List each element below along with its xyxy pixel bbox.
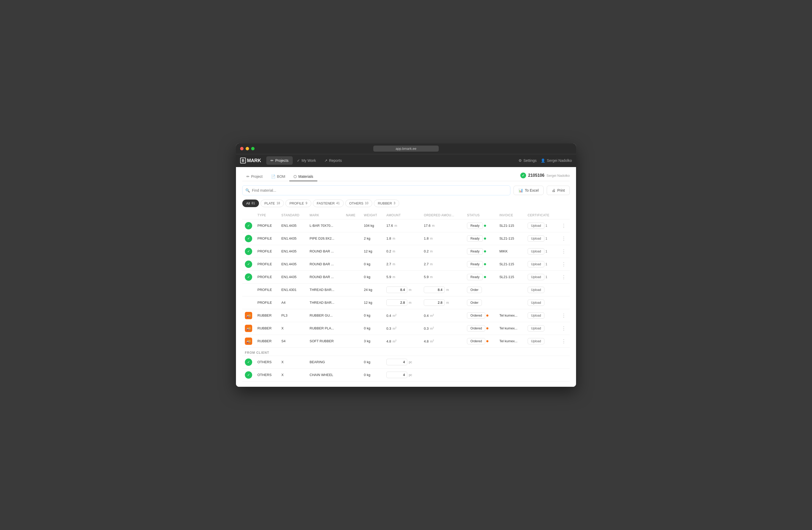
upload-button[interactable]: Upload bbox=[528, 312, 545, 319]
cell-invoice: SL21-115 bbox=[497, 219, 525, 232]
cell-more: ⋮ bbox=[558, 270, 570, 283]
status-badge[interactable]: Ordered bbox=[467, 338, 485, 344]
main-content: ✏ Project 📄 BOM ⬡ Materials ✓ 2105106 Se… bbox=[236, 167, 576, 387]
cell-type: PROFILE bbox=[255, 245, 279, 258]
more-button[interactable]: ⋮ bbox=[560, 249, 567, 254]
filter-others[interactable]: OTHERS 10 bbox=[345, 199, 373, 207]
maximize-button[interactable] bbox=[251, 147, 255, 150]
more-button[interactable]: ⋮ bbox=[560, 313, 567, 318]
filter-profile-count: 9 bbox=[306, 201, 307, 205]
close-button[interactable] bbox=[240, 147, 244, 150]
cell-amount: pc bbox=[384, 368, 421, 381]
amount-input[interactable] bbox=[386, 299, 407, 306]
table-row: 🚚RUBBERS4SOFT RUBBER3 kg4.8 m24.8 m2Orde… bbox=[242, 335, 570, 348]
more-button[interactable]: ⋮ bbox=[560, 262, 567, 267]
status-badge[interactable]: Ready bbox=[467, 248, 483, 254]
settings-button[interactable]: ⚙ Settings bbox=[519, 158, 537, 163]
upload-button[interactable]: Upload bbox=[528, 223, 545, 229]
amount-input[interactable] bbox=[386, 287, 407, 293]
upload-button[interactable]: Upload bbox=[528, 235, 545, 242]
upload-button[interactable]: Upload bbox=[528, 325, 545, 332]
more-button[interactable]: ⋮ bbox=[560, 339, 567, 344]
ordered-amount-input[interactable] bbox=[424, 287, 445, 293]
cell-certificate: Upload bbox=[525, 309, 558, 322]
cell-invoice: SL21-115 bbox=[497, 270, 525, 283]
status-badge[interactable]: Ready bbox=[467, 223, 483, 229]
cell-type: PROFILE bbox=[255, 270, 279, 283]
filter-fastener-count: 41 bbox=[336, 201, 339, 205]
more-button[interactable]: ⋮ bbox=[560, 326, 567, 331]
ordered-unit: m bbox=[446, 301, 449, 305]
col-standard: STANDARD bbox=[279, 211, 307, 220]
upload-button[interactable]: Upload bbox=[528, 248, 545, 254]
cell-amount: 17.6 m bbox=[384, 219, 421, 232]
user-menu[interactable]: 👤 Sergei Nadolko bbox=[541, 158, 572, 163]
status-badge[interactable]: Ready bbox=[467, 261, 483, 267]
filter-all[interactable]: All 81 bbox=[242, 199, 259, 207]
url-text: app.bmark.ee bbox=[395, 147, 417, 151]
filter-fastener[interactable]: FASTENER 41 bbox=[313, 199, 344, 207]
filter-plate[interactable]: PLATE 18 bbox=[261, 199, 284, 207]
amount-unit: pc bbox=[409, 373, 412, 377]
tab-project[interactable]: ✏ Project bbox=[242, 172, 267, 181]
cell-amount: pc bbox=[384, 355, 421, 368]
upload-button[interactable]: Upload bbox=[528, 261, 545, 267]
cell-mark: ROUND BAR ... bbox=[307, 270, 344, 283]
to-excel-button[interactable]: 📊 To Excel bbox=[513, 186, 543, 195]
tab-right: ✓ 2105106 Sergei Nadolko bbox=[520, 172, 570, 180]
print-button[interactable]: 🖨 Print bbox=[547, 186, 570, 195]
tab-bom[interactable]: 📄 BOM bbox=[267, 172, 290, 181]
amount-unit: m bbox=[393, 275, 395, 279]
nav-bar: B MARK ✏ Projects ✓ My Work ↗ Reports ⚙ … bbox=[236, 154, 576, 167]
filter-all-count: 81 bbox=[251, 201, 255, 205]
address-bar[interactable]: app.bmark.ee bbox=[373, 145, 439, 152]
cell-ordered-amount: 2.7 m bbox=[421, 258, 464, 270]
filter-all-label: All bbox=[246, 201, 250, 205]
cell-more: ⋮ bbox=[558, 322, 570, 335]
status-badge[interactable]: Ordered bbox=[467, 325, 485, 332]
status-badge[interactable]: Order bbox=[467, 287, 482, 293]
upload-button[interactable]: Upload bbox=[528, 287, 545, 293]
nav-item-my-work[interactable]: ✓ My Work bbox=[293, 156, 320, 165]
col-certificate: CERTIFICATE bbox=[525, 211, 558, 220]
nav-item-projects[interactable]: ✏ Projects bbox=[266, 156, 293, 165]
logo-text: MARK bbox=[247, 158, 261, 163]
col-status: STATUS bbox=[464, 211, 497, 220]
cell-status: Ready bbox=[464, 270, 497, 283]
cell-invoice bbox=[497, 283, 525, 296]
nav-item-reports[interactable]: ↗ Reports bbox=[320, 156, 346, 165]
more-button[interactable]: ⋮ bbox=[560, 275, 567, 279]
filter-others-count: 10 bbox=[365, 201, 368, 205]
cell-ordered-amount bbox=[421, 368, 464, 381]
project-check-icon: ✓ bbox=[520, 172, 526, 178]
search-input[interactable] bbox=[242, 185, 510, 195]
amount-input[interactable] bbox=[386, 372, 407, 378]
tab-materials[interactable]: ⬡ Materials bbox=[289, 172, 317, 181]
cell-status: Order bbox=[464, 283, 497, 296]
amount-unit: m bbox=[409, 301, 411, 305]
status-badge[interactable]: Ordered bbox=[467, 312, 485, 319]
minimize-button[interactable] bbox=[246, 147, 249, 150]
nav-reports-label: Reports bbox=[329, 158, 342, 163]
ordered-amount-input[interactable] bbox=[424, 299, 445, 306]
status-badge[interactable]: Ready bbox=[467, 274, 483, 280]
amount-input[interactable] bbox=[386, 359, 407, 365]
cell-name bbox=[343, 232, 361, 245]
cell-amount: 2.7 m bbox=[384, 258, 421, 270]
status-badge[interactable]: Ready bbox=[467, 235, 483, 242]
filter-fastener-label: FASTENER bbox=[317, 201, 335, 205]
more-button[interactable]: ⋮ bbox=[560, 223, 567, 228]
project-id: ✓ 2105106 Sergei Nadolko bbox=[520, 172, 570, 178]
filter-profile[interactable]: PROFILE 9 bbox=[286, 199, 311, 207]
status-dot bbox=[484, 250, 486, 252]
upload-button[interactable]: Upload bbox=[528, 338, 545, 344]
cell-standard: EN1.4435 bbox=[279, 270, 307, 283]
checkmark-icon: ✓ bbox=[297, 158, 300, 163]
upload-button[interactable]: Upload bbox=[528, 274, 545, 280]
more-button[interactable]: ⋮ bbox=[560, 236, 567, 241]
upload-button[interactable]: Upload bbox=[528, 299, 545, 306]
filter-rubber[interactable]: RUBBER 3 bbox=[374, 199, 399, 207]
app-window: app.bmark.ee B MARK ✏ Projects ✓ My Work… bbox=[236, 143, 576, 387]
cell-type: RUBBER bbox=[255, 322, 279, 335]
status-badge[interactable]: Order bbox=[467, 299, 482, 306]
